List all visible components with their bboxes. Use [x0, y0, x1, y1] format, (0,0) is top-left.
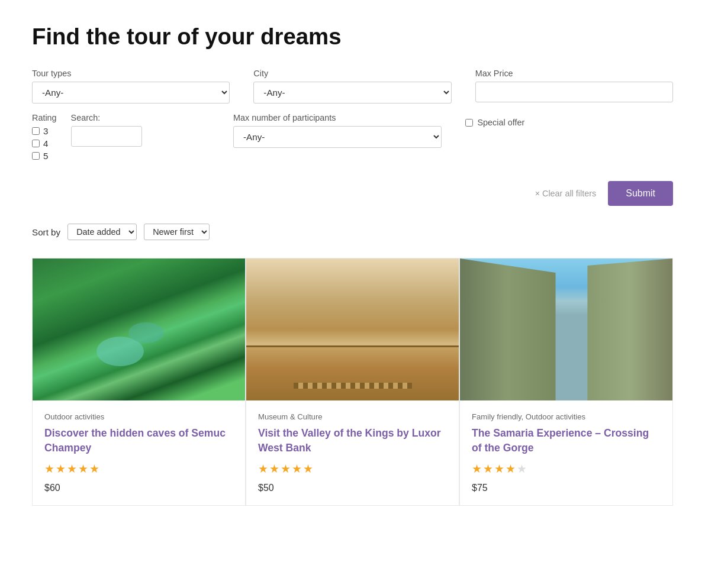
max-participants-label: Max number of participants	[233, 113, 442, 122]
rating-4-checkbox[interactable]	[32, 140, 40, 147]
max-price-group: Max Price	[475, 69, 673, 104]
submit-button[interactable]: Submit	[608, 181, 673, 206]
star-4: ★	[506, 462, 516, 476]
rating-checkboxes: 3 4 5	[32, 126, 57, 161]
rating-5-checkbox[interactable]	[32, 152, 40, 160]
card-samaria-price: $75	[472, 483, 661, 493]
rating-4-label[interactable]: 4	[32, 138, 57, 148]
card-samaria-title[interactable]: The Samaria Experience – Crossing of the…	[472, 426, 661, 455]
max-participants-group: Max number of participants -Any- 10 20 5…	[233, 113, 442, 148]
card-samaria[interactable]: Family friendly, Outdoor activities The …	[459, 258, 673, 506]
rating-label: Rating	[32, 113, 57, 122]
card-semuc-price: $60	[44, 483, 233, 493]
special-offer-checkbox[interactable]	[465, 119, 473, 127]
rating-5-label[interactable]: 5	[32, 151, 57, 161]
card-luxor-title[interactable]: Visit the Valley of the Kings by Luxor W…	[258, 426, 447, 455]
sort-order-select[interactable]: Newer first Older first	[144, 224, 210, 240]
special-offer-label[interactable]: Special offer	[478, 118, 525, 127]
rating-3-checkbox[interactable]	[32, 127, 40, 135]
star-1: ★	[472, 462, 482, 476]
star-1: ★	[258, 462, 268, 476]
star-2: ★	[483, 462, 493, 476]
star-4: ★	[78, 462, 88, 476]
star-3: ★	[281, 462, 291, 476]
max-participants-select[interactable]: -Any- 10 20 50	[233, 126, 442, 148]
search-group: Search:	[71, 113, 142, 167]
sort-field-select[interactable]: Date added Price Rating	[67, 224, 137, 240]
card-luxor-price: $50	[258, 483, 447, 493]
sort-row: Sort by Date added Price Rating Newer fi…	[32, 224, 673, 240]
card-semuc-stars: ★ ★ ★ ★ ★	[44, 462, 233, 476]
sort-by-label: Sort by	[32, 227, 60, 237]
card-samaria-body: Family friendly, Outdoor activities The …	[460, 400, 672, 505]
star-2: ★	[269, 462, 279, 476]
card-semuc-body: Outdoor activities Discover the hidden c…	[33, 400, 245, 505]
tour-types-select[interactable]: -Any- Outdoor activities Museum & Cultur…	[32, 82, 230, 104]
rating-group: Rating 3 4 5	[32, 113, 57, 161]
rating-search-container: Rating 3 4 5 Search:	[32, 113, 210, 167]
clear-filters-button[interactable]: × Clear all filters	[535, 189, 597, 198]
page-title: Find the tour of your dreams	[32, 24, 673, 50]
actions-row: × Clear all filters Submit	[32, 181, 673, 206]
card-luxor-image	[246, 259, 459, 400]
card-semuc-type: Outdoor activities	[44, 412, 233, 421]
card-semuc[interactable]: Outdoor activities Discover the hidden c…	[32, 258, 246, 506]
star-5: ★	[89, 462, 99, 476]
city-select[interactable]: -Any- Luxor Guatemala Crete	[253, 82, 451, 104]
card-samaria-stars: ★ ★ ★ ★ ★	[472, 462, 661, 476]
city-group: City -Any- Luxor Guatemala Crete	[253, 69, 451, 104]
star-5: ★	[517, 462, 527, 476]
star-2: ★	[56, 462, 66, 476]
star-4: ★	[292, 462, 302, 476]
search-label: Search:	[71, 113, 142, 122]
rating-3-label[interactable]: 3	[32, 126, 57, 136]
card-semuc-image	[33, 259, 245, 400]
tour-types-group: Tour types -Any- Outdoor activities Muse…	[32, 69, 230, 104]
city-label: City	[253, 69, 451, 78]
search-input[interactable]	[71, 126, 142, 147]
rating-3-text: 3	[43, 126, 48, 136]
star-3: ★	[494, 462, 504, 476]
card-samaria-image	[460, 259, 672, 400]
special-offer-group: Special offer	[465, 113, 674, 127]
cards-grid: Outdoor activities Discover the hidden c…	[32, 258, 673, 506]
card-luxor[interactable]: Museum & Culture Visit the Valley of the…	[246, 258, 459, 506]
star-5: ★	[303, 462, 313, 476]
max-price-label: Max Price	[475, 69, 673, 78]
card-luxor-stars: ★ ★ ★ ★ ★	[258, 462, 447, 476]
rating-4-text: 4	[43, 138, 48, 148]
card-samaria-type: Family friendly, Outdoor activities	[472, 412, 661, 421]
card-luxor-type: Museum & Culture	[258, 412, 447, 421]
card-luxor-body: Museum & Culture Visit the Valley of the…	[246, 400, 459, 505]
card-semuc-title[interactable]: Discover the hidden caves of Semuc Champ…	[44, 426, 233, 455]
special-offer-container: Special offer	[465, 118, 674, 127]
tour-types-label: Tour types	[32, 69, 230, 78]
star-1: ★	[44, 462, 54, 476]
max-price-input[interactable]	[475, 82, 673, 102]
star-3: ★	[67, 462, 77, 476]
rating-5-text: 5	[43, 151, 48, 161]
